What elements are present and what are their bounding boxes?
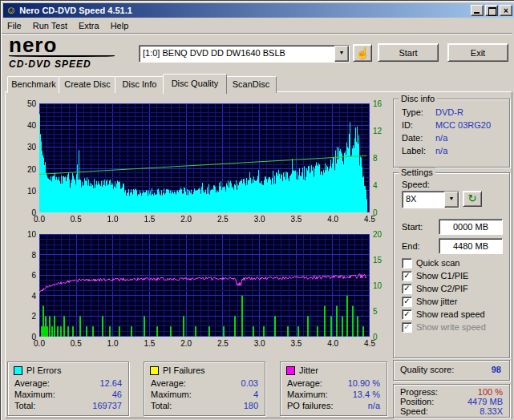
- stat-label: Maximum:: [151, 390, 192, 399]
- pi-errors-panel-header: PI Errors: [14, 365, 61, 375]
- refresh-icon: ↻: [468, 192, 477, 204]
- pi-errors-panel: PI Errors Average:12.64 Maximum:46 Total…: [7, 361, 129, 416]
- stat-row: Average:10.90 %: [287, 378, 380, 388]
- y-axis-tick: 12: [373, 127, 391, 135]
- checkbox-show-write-speed[interactable]: ✓Show write speed: [402, 321, 506, 333]
- maximize-icon: [488, 7, 496, 16]
- close-button[interactable]: ×: [500, 5, 512, 16]
- checkbox-label: Show write speed: [416, 322, 486, 332]
- nero-logo-subtext: CD·DVD SPEED: [9, 59, 136, 70]
- y-axis-tick: 2: [14, 312, 36, 321]
- settings-checkbox-list: Quick scan✓Show C1/PIE✓Show C2/PIF✓Show …: [402, 256, 506, 333]
- pi-failures-panel: PI Failures Average:0.03 Maximum:4 Total…: [144, 361, 265, 416]
- speed-selector-value: 8X: [403, 192, 444, 208]
- menu-file[interactable]: File: [2, 19, 27, 32]
- speed-row: Speed:8.33X: [400, 406, 503, 416]
- disc-date-row: Date:n/a: [402, 133, 503, 143]
- chevron-down-icon[interactable]: ▼: [334, 46, 349, 62]
- tab-scandisc[interactable]: ScanDisc: [225, 76, 277, 93]
- stat-row: Total:169737: [14, 401, 122, 410]
- jitter-swatch-icon: [286, 366, 295, 375]
- x-axis-tick: 2.0: [176, 215, 196, 224]
- menu-extra[interactable]: Extra: [73, 19, 105, 32]
- tab-disc-info[interactable]: Disc Info: [115, 76, 164, 93]
- end-position-label: End:: [402, 241, 420, 251]
- quality-score-value: 98: [492, 365, 501, 374]
- speed-selector[interactable]: 8X ▼: [402, 191, 459, 208]
- pif-jitter-chart-canvas: [39, 234, 370, 337]
- checkbox-quick-scan[interactable]: Quick scan: [402, 256, 506, 269]
- tab-create-disc[interactable]: Create Disc: [59, 76, 116, 93]
- x-axis-tick: 0.0: [30, 215, 49, 224]
- menu-help[interactable]: Help: [105, 19, 135, 32]
- disc-label-label: Label:: [402, 146, 435, 155]
- checkbox-show-jitter[interactable]: ✓Show jitter: [402, 295, 506, 308]
- y-axis-tick: 30: [14, 143, 36, 151]
- checkbox-icon[interactable]: ✓: [402, 271, 412, 281]
- stat-label: PO failures:: [287, 401, 333, 410]
- exit-button[interactable]: Exit: [447, 43, 508, 62]
- disc-id-row: ID:MCC 03RG20: [402, 120, 503, 130]
- y-axis-tick: 50: [14, 99, 36, 108]
- disc-date-value: n/a: [435, 133, 447, 143]
- disc-id-label: ID:: [402, 120, 435, 130]
- chevron-down-icon[interactable]: ▼: [444, 192, 459, 208]
- progress-row: Progress:100 %: [400, 387, 503, 397]
- checkbox-show-c1-pie[interactable]: ✓Show C1/PIE: [402, 269, 506, 282]
- title-bar: ☺ Nero CD-DVD Speed 4.51.1 ×: [3, 3, 514, 18]
- y-axis-tick: 20: [14, 165, 36, 174]
- stat-value: n/a: [368, 401, 380, 410]
- position-value: 4479 MB: [467, 397, 503, 406]
- window-controls: ×: [469, 5, 512, 16]
- y-axis-tick: 6: [14, 271, 36, 280]
- maximize-button[interactable]: [485, 5, 498, 16]
- start-button[interactable]: Start: [378, 43, 439, 62]
- checkbox-icon[interactable]: ✓: [402, 284, 412, 294]
- minimize-button[interactable]: [471, 5, 484, 16]
- y-axis-tick: 8: [373, 154, 391, 163]
- stat-value: 46: [112, 390, 122, 399]
- checkbox-icon[interactable]: ✓: [402, 297, 412, 307]
- x-axis-tick: 0.5: [67, 339, 86, 348]
- checkbox-icon[interactable]: ✓: [402, 309, 412, 320]
- progress-label: Progress:: [400, 387, 438, 397]
- end-position-field[interactable]: [439, 238, 503, 254]
- drive-selector-value: [1:0] BENQ DVD DD DW1640 BSLB: [140, 46, 334, 62]
- x-axis-tick: 1.0: [103, 215, 123, 224]
- tab-disc-quality[interactable]: Disc Quality: [163, 74, 227, 94]
- start-position-field[interactable]: [439, 219, 503, 235]
- y-axis-tick: 40: [14, 121, 36, 130]
- drive-selector[interactable]: [1:0] BENQ DVD DD DW1640 BSLB ▼: [139, 45, 350, 63]
- x-axis-tick: 1.0: [103, 339, 123, 348]
- stat-row: Maximum:4: [151, 390, 258, 399]
- stat-value: 12.64: [99, 378, 122, 388]
- y-axis-tick: 15: [373, 256, 391, 265]
- window-title: Nero CD-DVD Speed 4.51.1: [19, 6, 469, 15]
- jitter-panel: Jitter Average:10.90 % Maximum:13.4 % PO…: [280, 361, 387, 416]
- menu-bar: File Run Test Extra Help: [2, 18, 512, 34]
- stat-label: Total:: [14, 401, 35, 410]
- tab-benchmark[interactable]: Benchmark: [7, 76, 60, 93]
- pi-errors-chart-canvas: [39, 103, 370, 212]
- refresh-button[interactable]: ↻: [463, 191, 482, 207]
- progress-value: 100 %: [478, 387, 503, 397]
- x-axis-tick: 3.5: [286, 215, 306, 224]
- checkbox-show-c2-pif[interactable]: ✓Show C2/PIF: [402, 282, 506, 295]
- position-row: Position:4479 MB: [400, 397, 503, 406]
- y-axis-tick: 4: [373, 181, 391, 190]
- hand-button[interactable]: ☝: [353, 44, 372, 62]
- checkbox-label: Show C1/PIE: [416, 271, 468, 281]
- stat-row: Maximum:46: [14, 390, 122, 399]
- hand-icon: ☝: [355, 46, 369, 59]
- x-axis-tick: 4.0: [323, 339, 342, 348]
- stat-value: 180: [244, 401, 258, 410]
- checkbox-show-read-speed[interactable]: ✓Show read speed: [402, 308, 506, 321]
- x-axis-tick: 2.5: [213, 215, 233, 224]
- stat-value: 10.90 %: [348, 378, 380, 388]
- jitter-panel-header: Jitter: [286, 365, 318, 375]
- x-axis-tick: 3.5: [286, 339, 306, 348]
- y-axis-tick: 10: [373, 281, 391, 290]
- checkbox-icon[interactable]: ✓: [402, 322, 412, 333]
- checkbox-icon[interactable]: [402, 258, 412, 269]
- menu-run-test[interactable]: Run Test: [27, 19, 73, 32]
